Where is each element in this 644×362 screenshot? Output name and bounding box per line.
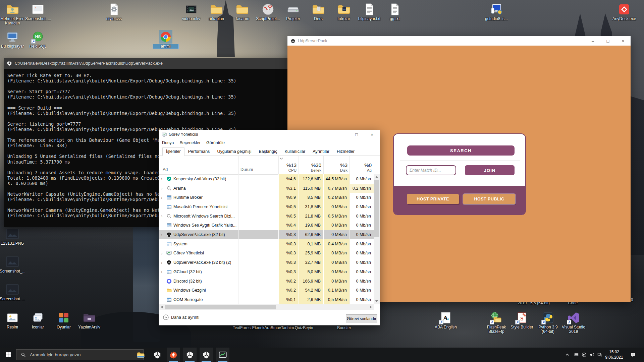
desktop-icon[interactable]: Ders	[306, 3, 331, 21]
desktop-icon[interactable]: Screenshot_...	[0, 255, 25, 274]
process-row[interactable]: UdpServerPack.exe (32 bit) (2) %0,3 32,7…	[159, 258, 374, 267]
tray-icon-button[interactable]	[596, 348, 604, 362]
desktop-icon[interactable]: Resim	[0, 311, 25, 329]
join-button[interactable]: JOIN	[465, 165, 515, 175]
desktop-icon[interactable]: bilgisayar.txt	[357, 3, 382, 21]
expand-chevron-icon[interactable]	[161, 214, 165, 219]
process-row[interactable]: Masaüstü Pencere Yöneticisi %0,5 31,8 MB…	[159, 202, 374, 212]
desktop-icon[interactable]: Screenshot_...	[25, 3, 51, 21]
action-center-button[interactable]	[628, 348, 638, 362]
match-id-input[interactable]	[406, 165, 456, 175]
desktop-icon[interactable]: 123131.PNG	[0, 227, 25, 246]
desktop-icon[interactable]: arkaplan	[204, 3, 229, 21]
desktop-icon[interactable]: ahtml	[153, 30, 178, 49]
desktop-icon[interactable]: gstudio8_s...	[484, 3, 509, 21]
process-row[interactable]: Kaspersky Anti-Virus (32 bit) %4,6 122,6…	[159, 174, 374, 184]
expand-chevron-icon[interactable]	[161, 269, 165, 274]
scroll-down-icon[interactable]	[375, 300, 378, 302]
desktop-icon[interactable]: Mehmet Eren Karacan	[0, 3, 25, 25]
vertical-scrollbar[interactable]	[374, 174, 380, 304]
tm-maximize-button[interactable]: □	[349, 130, 364, 139]
taskbar-clock[interactable]: 15:02 9.06.2021	[603, 349, 625, 360]
process-row[interactable]: System %0,3 0,1 MB 0,4 MB/sn 0 Mb/sn	[159, 239, 374, 249]
udp-minimize-button[interactable]: –	[585, 36, 600, 46]
process-icon	[166, 260, 172, 265]
tab[interactable]: Hizmetler	[333, 147, 358, 156]
scroll-right-icon[interactable]	[370, 306, 372, 308]
desktop-icon[interactable]: AnyDesk.exe	[611, 3, 637, 21]
column-header-disk[interactable]: %3 Disk	[325, 162, 347, 173]
desktop-icon[interactable]: Bu bilgisayar	[0, 30, 25, 49]
task-manager-title-bar[interactable]: Görev Yöneticisi – □ ×	[159, 130, 380, 139]
desktop-icon[interactable]: İconlar	[25, 311, 51, 329]
expand-chevron-icon[interactable]	[161, 232, 165, 237]
vertical-scroll-thumb[interactable]	[374, 180, 379, 237]
tray-icon-button[interactable]	[572, 348, 580, 362]
expand-chevron-icon[interactable]	[161, 260, 165, 265]
expand-chevron-icon[interactable]	[161, 251, 165, 256]
desktop-icon[interactable]: Visual Studio 2019	[561, 311, 586, 334]
desktop-icon[interactable]: Python 3.9 (64-bit)	[535, 311, 561, 334]
horizontal-scroll-thumb[interactable]	[165, 305, 276, 309]
desktop-icon[interactable]: İntrolar	[331, 3, 357, 21]
desktop-icon[interactable]: style.css	[101, 3, 127, 21]
desktop-icon[interactable]: Style Builder	[509, 311, 535, 329]
expand-chevron-icon[interactable]	[161, 186, 165, 191]
expand-chevron-icon[interactable]	[161, 195, 165, 200]
desktop-icon[interactable]: ScriptProjel...	[255, 3, 281, 21]
desktop-icon-glyph	[490, 311, 503, 324]
process-row[interactable]: Microsoft Windows Search Dizi... %0,5 21…	[159, 212, 374, 221]
tab[interactable]: İşlemler	[162, 147, 184, 156]
udp-maximize-button[interactable]: □	[600, 36, 615, 46]
desktop-icon[interactable]: ABA English	[433, 311, 459, 329]
column-header-status[interactable]: Durum	[240, 167, 253, 172]
process-row[interactable]: UdpServerPack.exe (32 bit) %0,3 62,6 MB …	[159, 230, 374, 239]
host-private-button[interactable]: HOST PRIVATE	[407, 194, 459, 204]
desktop-icon[interactable]: Screenshot_...	[0, 283, 25, 301]
process-row[interactable]: Discord (32 bit) %0,2 166,9 MB 0 MB/sn 0…	[159, 277, 374, 286]
search-button[interactable]: SEARCH	[407, 145, 515, 156]
menu-goruntule[interactable]: Görüntüle	[206, 140, 225, 145]
desktop-icon[interactable]: video.mkv	[178, 3, 204, 21]
desktop-icon[interactable]: HeidiSQL	[25, 30, 51, 49]
process-row[interactable]: Windows Gezgini %0,2 54,2 MB 0,1 MB/sn 0…	[159, 286, 374, 295]
scroll-left-icon[interactable]	[161, 306, 163, 308]
menu-dosya[interactable]: Dosya	[162, 140, 174, 145]
tab[interactable]: Başlangıç	[255, 147, 281, 156]
process-row[interactable]: COM Surrogate %0,1 2,6 MB 0,5 MB/sn 0 Mb…	[159, 295, 374, 304]
tray-icon-button[interactable]	[588, 348, 596, 362]
tray-icon-button[interactable]	[563, 348, 571, 362]
desktop-icon[interactable]: FlashPeak BlazeFtp	[484, 311, 509, 334]
tab[interactable]: Performans	[184, 147, 214, 156]
tray-icon-button[interactable]	[580, 348, 588, 362]
process-row[interactable]: Arama %3,1 115,0 MB 0,7 MB/sn 0,2 Mb/sn	[159, 184, 374, 193]
host-public-button[interactable]: HOST PUBLIC	[463, 194, 515, 204]
process-row[interactable]: GCloud (32 bit) %0,3 5,0 MB 0 MB/sn 0 Mb…	[159, 267, 374, 277]
console-title-bar[interactable]: C:\Users\alevl\Desktop\YazılımArsiv\UdpS…	[4, 58, 332, 69]
tab[interactable]: Uygulama geçmişi	[213, 147, 255, 156]
column-header-name[interactable]: Ad	[163, 167, 168, 172]
desktop-icon[interactable]: Oyunlar	[51, 311, 76, 329]
desktop-icon[interactable]: YazılımArsiv	[76, 311, 102, 329]
desktop-icon[interactable]: Projeler	[280, 3, 306, 21]
tm-minimize-button[interactable]: –	[333, 130, 349, 139]
tab[interactable]: Kullanıcılar	[281, 147, 309, 156]
process-row[interactable]: Windows Ses Aygıtı Grafik Yalıtı... %0,4…	[159, 221, 374, 230]
column-header-network[interactable]: %0 Ağ	[350, 162, 372, 173]
udp-close-button[interactable]: ×	[615, 36, 631, 46]
end-task-button[interactable]: Görevi sonlandır	[346, 314, 377, 323]
process-row[interactable]: Görev Yöneticisi %0,3 25,9 MB 0 MB/sn 0 …	[159, 249, 374, 258]
column-header-memory[interactable]: %30 Bellek	[300, 162, 321, 173]
desktop-icon-glyph	[6, 283, 19, 296]
tm-close-button[interactable]: ×	[364, 130, 380, 139]
desktop-icon[interactable]: gg.txt	[382, 3, 408, 21]
fewer-details-toggle[interactable]: Daha az ayrıntı	[163, 314, 200, 320]
horizontal-scrollbar[interactable]	[159, 304, 374, 310]
desktop-icon[interactable]: Tasarım	[229, 3, 255, 21]
tab[interactable]: Ayrıntılar	[309, 147, 333, 156]
menu-secenekler[interactable]: Seçenekler	[179, 140, 201, 145]
scroll-up-icon[interactable]	[375, 176, 378, 178]
udp-title-bar[interactable]: UdpServerPack – □ ×	[287, 36, 631, 46]
process-row[interactable]: Runtime Broker %0,9 8,5 MB 0,2 MB/sn 0 M…	[159, 193, 374, 202]
expand-chevron-icon[interactable]	[161, 176, 165, 181]
